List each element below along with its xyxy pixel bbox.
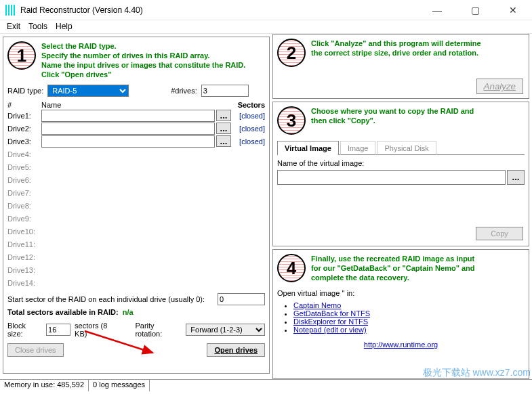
app-icon <box>5 5 16 16</box>
drive-label: Drive2: <box>7 125 41 133</box>
drive-row: Drive6: <box>7 173 265 186</box>
start-sector-input[interactable] <box>218 293 265 305</box>
drive-browse-button[interactable]: ... <box>216 135 231 147</box>
recovery-tool-link[interactable]: Captain Nemo <box>293 301 341 309</box>
drive-row: Drive13: <box>7 263 265 276</box>
drive-path-input[interactable] <box>41 135 215 148</box>
drive-row: Drive8: <box>7 199 265 212</box>
analyze-button[interactable]: Analyze <box>476 79 523 94</box>
step-3-badge: 3 <box>277 106 306 135</box>
drive-row: Drive9: <box>7 212 265 225</box>
ndrives-label: #drives: <box>171 87 197 95</box>
step-4-badge: 4 <box>277 254 306 282</box>
drive-row: Drive1:...[closed] <box>7 109 265 122</box>
recovery-tool-link[interactable]: GetDataBack for NTFS <box>293 309 370 318</box>
drive-label: Drive3: <box>7 137 41 146</box>
drive-row: Drive11: <box>7 238 265 250</box>
runtime-link[interactable]: http://www.runtime.org <box>364 341 438 349</box>
step-1-text: Select the RAID type. Specify the number… <box>41 41 245 79</box>
recovery-tool-link[interactable]: DiskExplorer for NTFS <box>293 318 368 326</box>
status-log: 0 log messages <box>89 380 150 391</box>
start-sector-label: Start sector of the RAID on each individ… <box>7 295 205 303</box>
close-button[interactable]: ✕ <box>499 5 527 16</box>
menu-exit[interactable]: Exit <box>7 22 20 32</box>
drive-label: Drive10: <box>7 227 41 236</box>
window-title: Raid Reconstructor (Version 4.40) <box>20 5 424 15</box>
virtual-image-name-label: Name of the virtual image: <box>277 159 525 167</box>
drive-label: Drive14: <box>7 279 41 287</box>
virtual-image-browse-button[interactable]: ... <box>507 170 525 185</box>
drive-row: Drive7: <box>7 186 265 199</box>
close-drives-button[interactable]: Close drives <box>7 343 64 357</box>
drive-label: Drive4: <box>7 150 41 158</box>
maximize-button[interactable]: ▢ <box>462 5 489 16</box>
drive-row: Drive10: <box>7 225 265 238</box>
step-3-text: Choose where you want to copy the RAID a… <box>311 106 474 125</box>
block-size-label: Block size: <box>7 322 42 338</box>
drive-label: Drive12: <box>7 253 41 261</box>
raid-type-select[interactable]: RAID-5 <box>47 85 129 97</box>
col-num: # <box>7 101 41 109</box>
open-drives-button[interactable]: Open drives <box>207 343 265 357</box>
drive-label: Drive8: <box>7 202 41 210</box>
status-memory: Memory in use: 485,592 <box>0 380 89 391</box>
ndrives-input[interactable] <box>201 85 249 97</box>
parity-label: Parity rotation: <box>135 322 182 338</box>
total-sectors-label: Total sectors available in RAID: <box>7 308 119 316</box>
drive-label: Drive13: <box>7 266 41 274</box>
step-2-badge: 2 <box>277 39 306 67</box>
drive-path-input[interactable] <box>41 110 215 122</box>
tab-physical-disk[interactable]: Physical Disk <box>377 141 436 155</box>
step-1-badge: 1 <box>7 41 36 70</box>
drive-row: Drive4: <box>7 148 265 160</box>
menu-tools[interactable]: Tools <box>28 22 47 32</box>
tab-virtual-image[interactable]: Virtual Image <box>277 141 339 155</box>
step-4-text: Finally, use the recreated RAID image as… <box>311 254 475 282</box>
open-virtual-image-label: Open virtual image '' in: <box>277 289 525 297</box>
block-size-unit: sectors (8 KB) <box>75 322 121 338</box>
drive-row: Drive3:...[closed] <box>7 135 265 148</box>
drive-status: [closed] <box>231 112 265 120</box>
block-size-input[interactable] <box>46 324 70 336</box>
drive-browse-button[interactable]: ... <box>216 110 231 121</box>
virtual-image-name-input[interactable] <box>277 170 506 185</box>
drive-row: Drive12: <box>7 250 265 263</box>
drive-row: Drive14: <box>7 276 265 289</box>
menu-help[interactable]: Help <box>56 22 73 32</box>
drive-label: Drive6: <box>7 176 41 184</box>
drive-row: Drive5: <box>7 160 265 173</box>
drive-label: Drive9: <box>7 215 41 223</box>
step-2-text: Click "Analyze" and this program will de… <box>311 39 481 58</box>
drive-browse-button[interactable]: ... <box>216 123 231 134</box>
drive-status: [closed] <box>231 125 265 133</box>
drive-label: Drive11: <box>7 240 41 248</box>
recovery-tool-link[interactable]: Notepad (edit or view) <box>293 326 367 334</box>
raid-type-label: RAID type: <box>7 87 43 95</box>
drive-label: Drive5: <box>7 163 41 171</box>
drive-label: Drive7: <box>7 189 41 197</box>
col-name: Name <box>41 101 231 109</box>
drive-row: Drive2:...[closed] <box>7 122 265 135</box>
tab-image[interactable]: Image <box>340 141 376 155</box>
drive-path-input[interactable] <box>41 123 215 135</box>
drive-label: Drive1: <box>7 112 41 120</box>
col-sectors: Sectors <box>231 101 265 109</box>
minimize-button[interactable]: — <box>424 5 451 16</box>
total-sectors-value: n/a <box>123 308 134 316</box>
drive-status: [closed] <box>231 137 265 146</box>
copy-button[interactable]: Copy <box>476 227 523 240</box>
parity-select[interactable]: Forward (1-2-3) <box>186 324 265 336</box>
